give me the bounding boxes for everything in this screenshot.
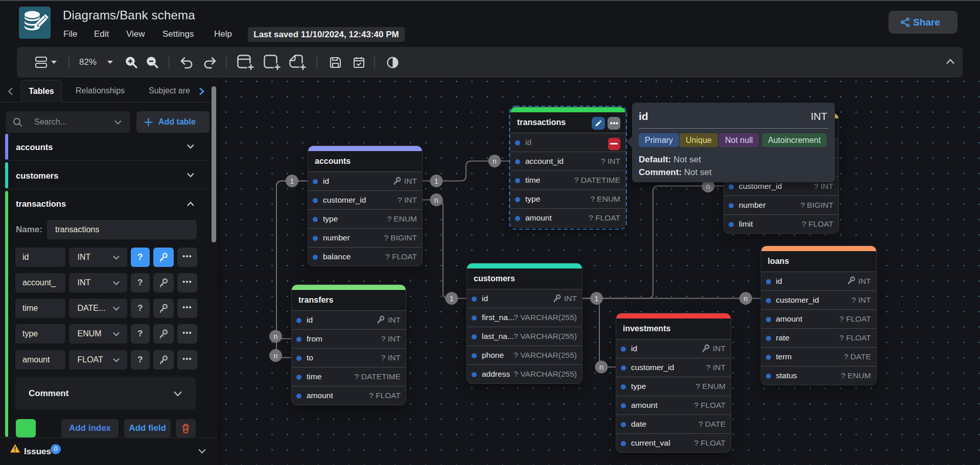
svg-text:n: n <box>706 182 710 190</box>
svg-text:1: 1 <box>595 295 599 303</box>
svg-text:n: n <box>274 352 278 360</box>
svg-text:n: n <box>599 363 603 371</box>
svg-text:n: n <box>744 295 748 303</box>
svg-text:1: 1 <box>434 177 438 185</box>
svg-text:n: n <box>493 157 497 165</box>
svg-text:1: 1 <box>450 295 454 303</box>
svg-text:n: n <box>434 196 438 204</box>
svg-text:1: 1 <box>290 177 294 185</box>
svg-text:n: n <box>274 332 278 340</box>
